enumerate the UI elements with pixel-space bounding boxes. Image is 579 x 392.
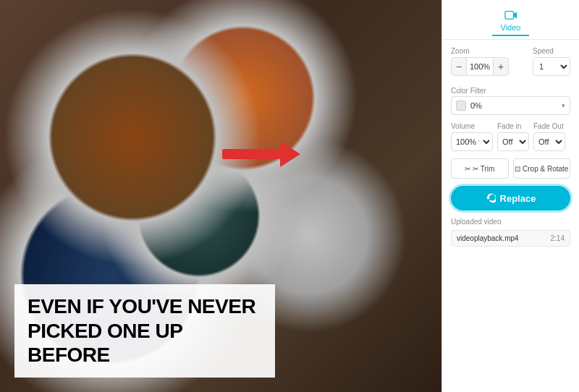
color-filter-row: Color Filter 0% ▾	[451, 83, 570, 115]
panel-tabs: Video	[442, 0, 579, 40]
volume-row: Volume 100% ▾ 75% 50% 0% Fade in Off On …	[451, 122, 570, 151]
caption-line2: PICKED ONE UP BEFORE	[28, 319, 262, 367]
trim-button[interactable]: ✂ ✂ Trim	[451, 158, 509, 179]
caption-overlay: EVEN IF YOU'VE NEVER PICKED ONE UP BEFOR…	[14, 284, 275, 378]
arrow-indicator	[222, 141, 300, 167]
color-swatch	[456, 101, 466, 111]
chevron-down-icon: ▾	[562, 102, 565, 109]
video-tab-icon	[504, 9, 517, 22]
arrow-body	[222, 149, 280, 159]
speed-label: Speed	[533, 47, 570, 55]
trim-icon: ✂	[465, 165, 470, 173]
replace-icon	[486, 193, 496, 203]
zoom-speed-row: Zoom − 100% + Speed 1 0.5 1.5 2	[451, 47, 570, 76]
volume-group: Volume 100% ▾ 75% 50% 0%	[451, 122, 493, 151]
volume-label: Volume	[451, 122, 493, 130]
color-filter-value: 0%	[470, 101, 562, 110]
uploaded-label: Uploaded video	[451, 218, 570, 226]
tab-video[interactable]: Video	[492, 6, 530, 36]
file-name: videoplayback.mp4	[457, 234, 519, 242]
fade-out-group: Fade Out Off On	[533, 122, 565, 151]
zoom-label: Zoom	[451, 47, 509, 55]
uploaded-section: Uploaded video videoplayback.mp4 2:14	[451, 218, 570, 247]
color-filter-label: Color Filter	[451, 87, 486, 95]
arrow-head	[280, 141, 300, 167]
video-frame: EVEN IF YOU'VE NEVER PICKED ONE UP BEFOR…	[0, 0, 441, 392]
action-buttons-row: ✂ ✂ Trim ⊡ Crop & Rotate	[451, 158, 570, 179]
file-item[interactable]: videoplayback.mp4 2:14	[451, 230, 570, 247]
crop-icon: ⊡	[515, 165, 520, 173]
replace-label: Replace	[500, 193, 536, 204]
zoom-control: − 100% +	[451, 57, 509, 76]
file-duration: 2:14	[551, 234, 565, 242]
arrow-shape	[222, 141, 300, 167]
tab-video-label: Video	[501, 23, 521, 32]
right-panel: Video Zoom − 100% + Speed 1 0.5 1.5 2	[441, 0, 579, 392]
zoom-plus-button[interactable]: +	[494, 57, 508, 76]
crop-label: Crop & Rotate	[523, 165, 568, 173]
fade-in-group: Fade in Off On	[497, 122, 529, 151]
trim-label: ✂ Trim	[473, 165, 494, 173]
speed-select[interactable]: 1 0.5 1.5 2	[533, 57, 570, 76]
fade-in-label: Fade in	[497, 122, 529, 130]
speed-group: Speed 1 0.5 1.5 2	[533, 47, 570, 76]
volume-select[interactable]: 100% ▾ 75% 50% 0%	[451, 132, 493, 151]
fade-in-select[interactable]: Off On	[497, 132, 529, 151]
panel-content: Zoom − 100% + Speed 1 0.5 1.5 2 Color Fi…	[442, 40, 579, 392]
video-preview-area: EVEN IF YOU'VE NEVER PICKED ONE UP BEFOR…	[0, 0, 441, 392]
zoom-minus-button[interactable]: −	[452, 57, 466, 76]
svg-rect-0	[504, 12, 513, 20]
color-filter-control[interactable]: 0% ▾	[451, 96, 570, 115]
fade-out-select[interactable]: Off On	[533, 132, 565, 151]
replace-button[interactable]: Replace	[451, 186, 570, 210]
crop-rotate-button[interactable]: ⊡ Crop & Rotate	[513, 158, 571, 179]
caption-line1: EVEN IF YOU'VE NEVER	[28, 294, 262, 319]
zoom-value: 100%	[466, 58, 494, 75]
fade-out-label: Fade Out	[533, 122, 565, 130]
zoom-group: Zoom − 100% +	[451, 47, 509, 76]
